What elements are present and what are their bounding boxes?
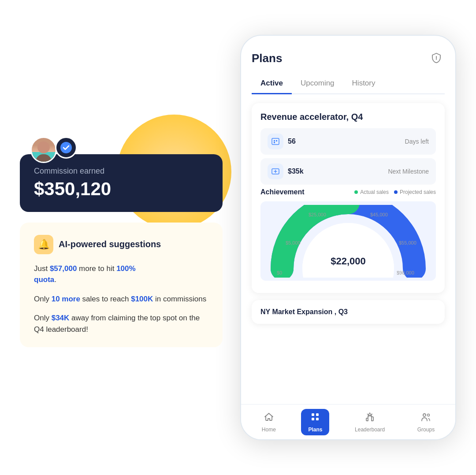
plans-icon [310,412,320,425]
highlight-10more: 10 more [52,295,80,303]
milestone-label: Next Milestone [388,168,429,175]
phone-content: Plans Active Upcoming History Revenue ac… [241,36,455,404]
svg-text:$0: $0 [277,270,282,275]
ai-title: AI-powered suggestions [59,239,161,249]
highlight-57k: $57,000 [50,264,77,273]
plan-preview-card[interactable]: NY Market Expansion , Q3 [252,300,445,324]
plan-preview-name: NY Market Expansion , Q3 [260,308,436,316]
days-left-row: 56 Days left [260,128,436,155]
ai-body: Just $57,000 more to hit 100%quota. Only… [34,263,208,335]
avatar [30,137,57,163]
svg-point-1 [436,59,437,60]
commission-amount: $350,120 [34,178,208,200]
achievement-section: Achievement Actual sales Projected sales [260,188,436,284]
milestone-row: $35k Next Milestone [260,158,436,185]
svg-rect-19 [316,418,319,420]
groups-icon [420,412,431,425]
app-container: Commission earned $350,120 🔔 AI-powered … [0,0,476,475]
achievement-header: Achievement Actual sales Projected sales [260,188,436,196]
gauge-svg: $22,000 $0 $5,000 $25,000 $45,000 $55,00… [264,205,432,278]
ai-suggestion-1: Just $57,000 more to hit 100%quota. [34,263,208,286]
achievement-title: Achievement [260,188,305,196]
avatar-body [36,154,52,162]
milestone-icon [268,163,283,179]
svg-rect-3 [272,138,279,145]
days-left-label: Days left [405,138,429,145]
nav-leaderboard-label: Leaderboard [355,427,385,433]
legend-projected: Projected sales [394,189,436,195]
commission-label: Commission earned [34,167,208,176]
ai-suggestions-card: 🔔 AI-powered suggestions Just $57,000 mo… [20,223,223,348]
nav-groups-label: Groups [417,427,435,433]
svg-text:$25,000: $25,000 [309,212,326,217]
commission-card: Commission earned $350,120 [20,154,223,212]
nav-home[interactable]: Home [255,409,283,435]
svg-rect-17 [316,413,319,416]
highlight-34k: $34K [52,314,70,322]
calendar-icon [268,134,283,149]
svg-text:$5,000: $5,000 [286,240,301,245]
leaderboard-icon [364,412,375,425]
avatar-row [30,137,77,163]
legend-actual: Actual sales [354,189,389,195]
svg-rect-4 [274,140,275,141]
bell-icon: 🔔 [34,235,53,254]
nav-home-label: Home [262,427,276,433]
actual-sales-label: Actual sales [360,189,389,195]
svg-text:$90,000: $90,000 [397,270,414,275]
bottom-nav: Home Plans [241,404,455,439]
svg-text:$55,000: $55,000 [399,240,416,245]
projected-sales-label: Projected sales [400,189,436,195]
shield-alert-icon[interactable] [428,50,445,67]
phone-header: Plans [252,50,445,67]
plan-name: Revenue accelerator, Q4 [260,112,436,122]
svg-text:$22,000: $22,000 [331,256,366,267]
gauge-chart: $22,000 $0 $5,000 $25,000 $45,000 $55,00… [260,201,436,281]
highlight-100k: $100K [131,295,153,303]
nav-plans-label: Plans [308,427,322,433]
page-title: Plans [252,52,282,65]
actual-sales-dot [354,190,358,194]
ai-suggestion-3: Only $34K away from claiming the top spo… [34,312,208,335]
avatar-head [37,141,50,153]
svg-rect-5 [276,140,277,141]
home-icon [264,412,274,425]
projected-sales-dot [394,190,398,194]
tabs-row: Active Upcoming History [252,75,445,94]
svg-point-21 [428,414,430,416]
highlight-100pct: 100%quota [34,264,136,284]
verified-badge-icon [55,137,77,159]
svg-point-20 [423,414,426,416]
nav-leaderboard[interactable]: Leaderboard [348,409,392,435]
milestone-value: $35k [288,167,383,175]
svg-rect-16 [312,413,314,416]
days-left-value: 56 [288,137,401,145]
ai-suggestion-2: Only 10 more sales to reach $100K in com… [34,293,208,305]
left-panel: Commission earned $350,120 🔔 AI-powered … [20,128,223,348]
avatar-face [32,138,56,162]
nav-plans[interactable]: Plans [301,409,329,435]
svg-point-0 [60,142,72,153]
svg-rect-18 [312,418,314,420]
tab-active[interactable]: Active [252,75,292,94]
nav-groups[interactable]: Groups [410,409,442,435]
svg-text:$45,000: $45,000 [370,212,388,217]
phone-mockup: Plans Active Upcoming History Revenue ac… [240,35,456,440]
tab-history[interactable]: History [343,75,384,94]
ai-header: 🔔 AI-powered suggestions [34,235,208,254]
chart-legend: Actual sales Projected sales [354,189,436,195]
tab-upcoming[interactable]: Upcoming [292,75,343,94]
svg-rect-6 [274,142,275,143]
plan-card: Revenue accelerator, Q4 56 Days left [252,103,445,293]
